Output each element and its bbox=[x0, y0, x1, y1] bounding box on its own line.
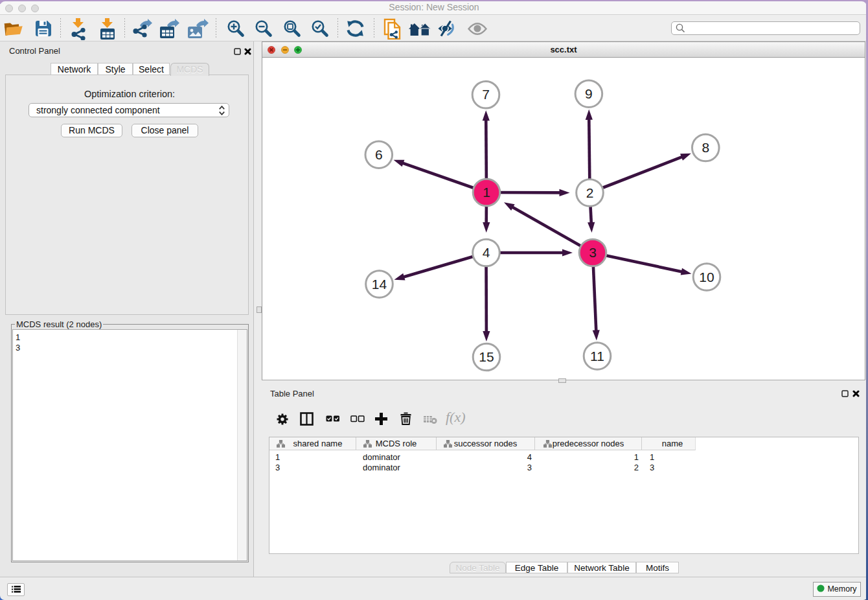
svg-text:10: 10 bbox=[699, 270, 714, 284]
svg-text:7: 7 bbox=[482, 87, 490, 102]
svg-text:3: 3 bbox=[589, 245, 597, 260]
svg-text:14: 14 bbox=[372, 277, 387, 292]
svg-text:6: 6 bbox=[375, 147, 383, 162]
svg-text:9: 9 bbox=[585, 86, 593, 101]
svg-text:2: 2 bbox=[586, 185, 594, 200]
svg-text:11: 11 bbox=[590, 349, 604, 363]
svg-text:1: 1 bbox=[483, 185, 490, 200]
svg-text:15: 15 bbox=[479, 349, 494, 364]
svg-text:4: 4 bbox=[483, 245, 490, 260]
svg-text:8: 8 bbox=[702, 140, 709, 155]
